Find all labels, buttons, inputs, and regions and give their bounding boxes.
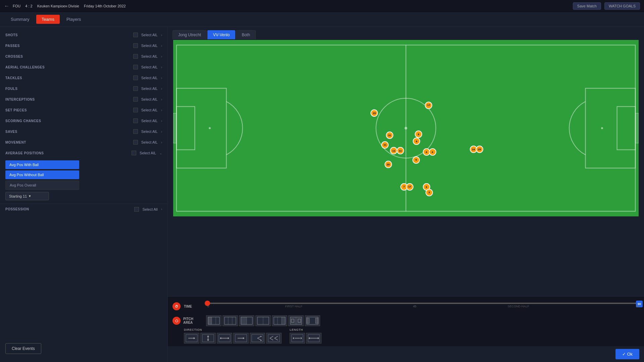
time-slider-area[interactable]: 90 0 FIRST HALF 45 SECOND HALF 90 [207, 299, 639, 313]
right-panel: Jong Utrecht VV-Venlo Both [168, 27, 644, 362]
starting11-dropdown[interactable]: Starting 11 ▾ [5, 192, 49, 200]
svg-rect-9 [635, 113, 639, 143]
topbar-left: ← FOU 4 : 2 Keuken Kampioен Divisie Frid… [4, 3, 573, 9]
dir-btn-forward2[interactable] [233, 333, 249, 344]
set-pieces-controls: Select AlL › [133, 107, 162, 113]
tab-players[interactable]: Players [61, 15, 86, 24]
set-pieces-label: SET PIECES [5, 108, 133, 112]
bottom-controls: ⏱ TIME 90 0 FIRST HALF 45 [168, 296, 644, 346]
crosses-chevron[interactable]: › [161, 55, 162, 58]
dir-btn-multi[interactable] [266, 333, 282, 344]
avg-pos-controls: Select AlL ⌄ [132, 150, 162, 156]
avg-pos-chevron[interactable]: ⌄ [159, 151, 162, 155]
svg-rect-6 [173, 113, 177, 143]
fouls-chevron[interactable]: › [161, 87, 162, 91]
dir-btn-horizontal[interactable] [217, 333, 232, 344]
svg-line-58 [275, 338, 278, 340]
pitch-area-label: PITCH AREA [183, 317, 203, 324]
tackles-chevron[interactable]: › [161, 76, 162, 80]
player-dot: 8 [415, 131, 422, 138]
crosses-select-all[interactable]: Select AlL [140, 54, 159, 59]
aerial-checkbox[interactable] [133, 65, 138, 69]
svg-rect-20 [241, 317, 247, 324]
time-mid-label: 45 [413, 305, 416, 308]
avg-pos-overall-button[interactable]: Avg Pos Overall [5, 180, 79, 190]
watch-goals-button[interactable]: WATCH GOALS [604, 2, 640, 10]
shots-select-all[interactable]: Select AlL [140, 32, 159, 38]
saves-select-all[interactable]: Select AlL [140, 129, 159, 134]
pitch-zone-left-third[interactable] [206, 315, 221, 326]
pitch-zone-penalty-areas[interactable] [305, 315, 320, 326]
time-icon: ⏱ [172, 302, 181, 310]
pitch-container: 19 17 8 6 31 11 11 11 4 4 5 3 3 7 17 20 … [168, 39, 644, 296]
pitch-zone-right-half[interactable] [255, 315, 271, 326]
ok-button[interactable]: ✓ Ok [615, 349, 639, 359]
passes-checkbox[interactable] [133, 43, 138, 48]
scoring-chevron[interactable]: › [161, 119, 162, 123]
movement-select-all[interactable]: Select AlL [140, 140, 159, 145]
filter-row-set-pieces: SET PIECES Select AlL › [0, 105, 167, 115]
pitch-zone-all[interactable] [288, 315, 304, 326]
save-match-button[interactable]: Save Match [573, 2, 601, 10]
shots-checkbox[interactable] [133, 33, 138, 37]
team-tab-jong-utrecht[interactable]: Jong Utrecht [172, 30, 207, 39]
interceptions-chevron[interactable]: › [161, 98, 162, 101]
pitch-zone-left-half[interactable] [239, 315, 254, 326]
tab-teams[interactable]: Teams [36, 15, 60, 24]
pitch-zone-attacking-third[interactable] [272, 315, 287, 326]
len-btn-short[interactable] [290, 333, 305, 344]
saves-checkbox[interactable] [133, 129, 138, 134]
crosses-checkbox[interactable] [133, 54, 138, 59]
filter-row-passes: PASSES Select AlL › [0, 40, 167, 51]
tab-summary[interactable]: Summary [5, 15, 35, 24]
possession-select-all[interactable]: Select All [141, 207, 159, 212]
avg-pos-checkbox[interactable] [132, 151, 136, 155]
team-tab-vv-venlo[interactable]: VV-Venlo [207, 30, 235, 39]
dir-btn-spread[interactable] [250, 333, 265, 344]
fouls-checkbox[interactable] [133, 86, 138, 91]
movement-chevron[interactable]: › [161, 141, 162, 144]
possession-controls: Select All › [134, 207, 162, 212]
svg-rect-8 [617, 107, 635, 150]
avg-pos-with-ball-button[interactable]: Avg Pos With Ball [5, 160, 79, 169]
svg-point-10 [209, 127, 211, 129]
back-button[interactable]: ← [4, 3, 9, 9]
dir-btn-forward[interactable] [184, 333, 199, 344]
scoring-controls: Select AlL › [133, 118, 162, 123]
clear-events-button[interactable]: Clear Events [5, 343, 41, 354]
saves-chevron[interactable]: › [161, 130, 162, 134]
scoring-checkbox[interactable] [133, 118, 138, 123]
aerial-chevron[interactable]: › [161, 65, 162, 69]
avg-pos-select-all[interactable]: Select AlL [138, 150, 157, 156]
pitch-zone-center[interactable] [222, 315, 238, 326]
team-tab-both[interactable]: Both [236, 30, 256, 39]
movement-checkbox[interactable] [133, 140, 138, 145]
team1-abbr: FOU [13, 4, 20, 8]
set-pieces-select-all[interactable]: Select AlL [140, 107, 159, 113]
len-btn-long[interactable] [306, 333, 321, 344]
player-dot: 17 [425, 102, 432, 109]
player-dot: 17 [406, 183, 413, 191]
tackles-checkbox[interactable] [133, 75, 138, 80]
shots-controls: Select AlL › [133, 32, 162, 38]
interceptions-select-all[interactable]: Select AlL [140, 97, 159, 102]
svg-marker-44 [220, 337, 221, 339]
tackles-select-all[interactable]: Select AlL [140, 75, 159, 81]
main-layout: SHOTS Select AlL › PASSES Select AlL › C… [0, 27, 644, 362]
nav-tabs: Summary Teams Players [0, 12, 644, 27]
shots-chevron[interactable]: › [161, 33, 162, 37]
avg-pos-without-ball-button[interactable]: Avg Pos Without Ball [5, 170, 79, 179]
possession-chevron[interactable]: › [161, 207, 162, 211]
dir-btn-vertical[interactable] [200, 333, 216, 344]
set-pieces-checkbox[interactable] [133, 108, 138, 112]
svg-marker-53 [260, 340, 262, 341]
possession-checkbox[interactable] [134, 207, 139, 212]
passes-chevron[interactable]: › [161, 44, 162, 48]
scoring-select-all[interactable]: Select AlL [140, 118, 159, 123]
fouls-select-all[interactable]: Select AlL [140, 86, 159, 91]
interceptions-checkbox[interactable] [133, 97, 138, 102]
set-pieces-chevron[interactable]: › [161, 108, 162, 112]
first-half-label: FIRST HALF [285, 305, 302, 308]
passes-select-all[interactable]: Select AlL [140, 43, 159, 48]
aerial-select-all[interactable]: Select AlL [140, 64, 159, 70]
